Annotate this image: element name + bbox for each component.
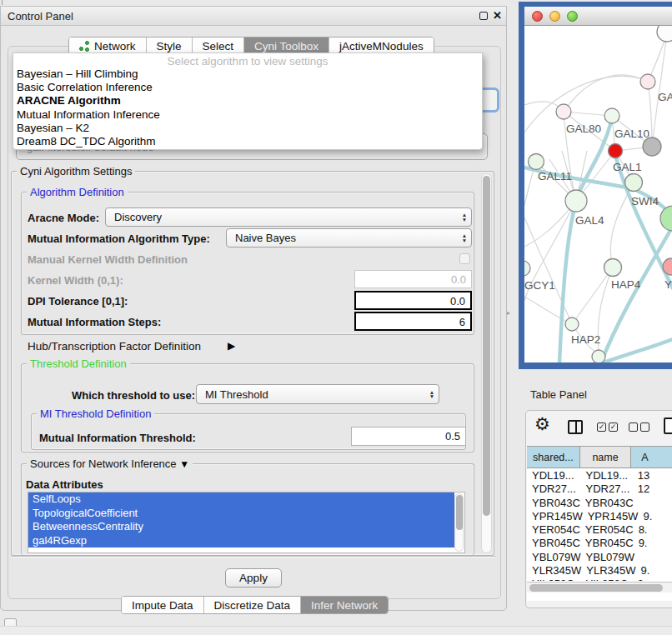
- mi-threshold-field[interactable]: 0.5: [351, 427, 466, 446]
- table-row[interactable]: YER054CYER054C8.: [527, 523, 672, 537]
- network-edge: [652, 32, 667, 147]
- tab-style[interactable]: Style: [147, 38, 193, 54]
- attribute-item[interactable]: SelfLoops: [28, 492, 454, 507]
- algorithm-option[interactable]: Bayesian – K2: [13, 122, 482, 135]
- attribute-list: SelfLoopsTopologicalCoefficientBetweenne…: [28, 492, 465, 553]
- tab-infer-network[interactable]: Infer Network: [301, 597, 388, 613]
- settings-scrollbar-thumb[interactable]: [483, 176, 490, 516]
- table-row[interactable]: YLR345WYLR345W9.: [527, 564, 672, 578]
- table-cell: YDR27...: [527, 482, 581, 496]
- network-node-GAL10[interactable]: [604, 108, 619, 123]
- algorithm-dropdown: Select algorithm to view settings Bayesi…: [13, 52, 483, 150]
- network-node-GAL4[interactable]: [565, 190, 587, 212]
- table-body: YDL19...YDL19...13YDR27...YDR27...12YBR0…: [527, 469, 672, 581]
- which-threshold-combobox[interactable]: MI Threshold ▲▼: [196, 384, 439, 404]
- column-header-partial[interactable]: A: [631, 447, 672, 468]
- network-node-pink-upper[interactable]: [640, 74, 655, 89]
- tab-network[interactable]: Network: [69, 38, 147, 54]
- attribute-item[interactable]: TopologicalCoefficient: [28, 507, 454, 521]
- algorithm-option[interactable]: Mutual Information Inference: [13, 108, 482, 122]
- mi-algorithm-type-combobox[interactable]: Naive Bayes ▲▼: [226, 228, 472, 248]
- network-node-gray-node[interactable]: [643, 138, 661, 156]
- table-document-icon[interactable]: [664, 418, 672, 434]
- table-row[interactable]: YBR045CYBR045C9.: [527, 537, 672, 550]
- table-row[interactable]: YDR27...YDR27...12: [527, 482, 672, 496]
- network-node-GAL80[interactable]: [556, 104, 571, 119]
- close-icon[interactable]: ✕: [493, 9, 502, 22]
- network-node-GAL1[interactable]: [609, 144, 623, 158]
- sources-collapse-arrow-icon[interactable]: ▼: [179, 458, 189, 470]
- network-view-window: GALGAL80GAL10GAL1GAL11SWI4GAL4GCY1HAP4YH…: [519, 2, 672, 369]
- dpi-tolerance-field[interactable]: 0.0: [354, 291, 472, 310]
- network-node-GCY1[interactable]: [524, 261, 530, 276]
- select-all-checkbox-icon[interactable]: ✓: [597, 422, 606, 432]
- tab-cyni-toolbox[interactable]: Cyni Toolbox: [244, 38, 329, 54]
- algorithm-option[interactable]: Basic Correlation Inference: [13, 81, 482, 94]
- network-node-label: SWI4: [631, 195, 659, 208]
- table-cell: 13: [633, 469, 672, 482]
- control-panel-title: Control Panel: [8, 10, 73, 22]
- aracne-mode-combobox[interactable]: Discovery ▲▼: [105, 208, 472, 227]
- gear-icon[interactable]: ⚙: [534, 414, 550, 434]
- table-cell: YBL079W: [581, 551, 635, 564]
- table-row[interactable]: YPR145WYPR145W9.: [527, 510, 672, 523]
- zoom-traffic-light[interactable]: [567, 11, 578, 22]
- algorithm-option[interactable]: Bayesian – Hill Climbing: [13, 68, 482, 81]
- panel-divider-handle[interactable]: ▸: [507, 309, 510, 317]
- close-traffic-light[interactable]: [532, 11, 543, 22]
- attribute-item[interactable]: gal4RGexp: [28, 534, 454, 548]
- network-node-bottom-small[interactable]: [592, 350, 605, 362]
- settings-scrollbar[interactable]: [481, 173, 492, 553]
- table-row[interactable]: YBR043CYBR043C: [527, 497, 672, 510]
- kernel-width-field[interactable]: 0.0: [354, 270, 472, 288]
- tab-select[interactable]: Select: [193, 38, 245, 54]
- column-layout-icon[interactable]: [568, 420, 583, 434]
- attribute-list-scrollbar[interactable]: [454, 493, 464, 552]
- table-row[interactable]: YIL052CYIL052C9: [527, 578, 672, 581]
- table-cell: YPR145W: [527, 510, 583, 523]
- minimize-traffic-light[interactable]: [549, 11, 560, 22]
- table-row[interactable]: YDL19...YDL19...13: [527, 469, 672, 482]
- table-cell: YBL079W: [527, 551, 581, 564]
- network-node-top-partial[interactable]: [657, 26, 672, 42]
- mi-steps-field[interactable]: 6: [354, 312, 472, 331]
- attribute-list-scrollbar-thumb[interactable]: [456, 495, 463, 530]
- algorithm-option[interactable]: Dream8 DC_TDC Algorithm: [13, 135, 482, 148]
- table-horizontal-scrollbar-thumb[interactable]: [529, 584, 663, 592]
- table-row[interactable]: YBL079WYBL079W: [527, 551, 672, 564]
- table-cell: YER054C: [580, 523, 634, 537]
- deselect-checkbox-icon[interactable]: [629, 422, 638, 432]
- network-node-SWI4[interactable]: [625, 174, 643, 192]
- tab-impute-data[interactable]: Impute Data: [122, 597, 204, 613]
- algorithm-option[interactable]: ARACNE Algorithm: [13, 94, 482, 108]
- network-edge: [572, 268, 613, 324]
- network-node-GAL11[interactable]: [529, 154, 544, 170]
- network-edge: [564, 75, 648, 112]
- tab-discretize-data[interactable]: Discretize Data: [204, 597, 302, 613]
- hub-expander-arrow-icon[interactable]: ▶: [228, 340, 235, 352]
- network-node-big-green-right[interactable]: [660, 206, 672, 231]
- table-cell: YBR043C: [527, 497, 580, 510]
- table-horizontal-scrollbar[interactable]: [527, 582, 672, 592]
- deselect-checkbox-icon-2[interactable]: [640, 422, 649, 432]
- table-cell: YBR043C: [580, 497, 634, 510]
- float-window-icon[interactable]: [479, 12, 488, 20]
- network-canvas[interactable]: GALGAL80GAL10GAL1GAL11SWI4GAL4GCY1HAP4YH…: [524, 26, 672, 362]
- network-window-titlebar[interactable]: [524, 7, 672, 26]
- network-node-HAP2[interactable]: [565, 318, 579, 331]
- column-header-name[interactable]: name: [580, 447, 631, 468]
- select-all-checkbox-icon-2[interactable]: ✓: [609, 422, 618, 432]
- network-node-label: GAL10: [614, 128, 649, 140]
- table-cell: 12: [633, 482, 672, 496]
- manual-kernel-width-checkbox[interactable]: [459, 253, 470, 264]
- network-node-label: GAL1: [613, 161, 642, 173]
- network-node-HAP4[interactable]: [604, 259, 622, 277]
- table-cell: YDL19...: [527, 469, 581, 482]
- column-header-shared-name[interactable]: shared...: [527, 447, 580, 468]
- attribute-item[interactable]: BetweennessCentrality: [28, 520, 454, 534]
- apply-button[interactable]: Apply: [225, 568, 282, 588]
- table-panel-title: Table Panel: [530, 388, 587, 401]
- table-cell: 9.: [634, 537, 672, 550]
- tab-jactivemnodules[interactable]: jActiveMNodules: [329, 38, 434, 54]
- table-cell: [634, 497, 672, 510]
